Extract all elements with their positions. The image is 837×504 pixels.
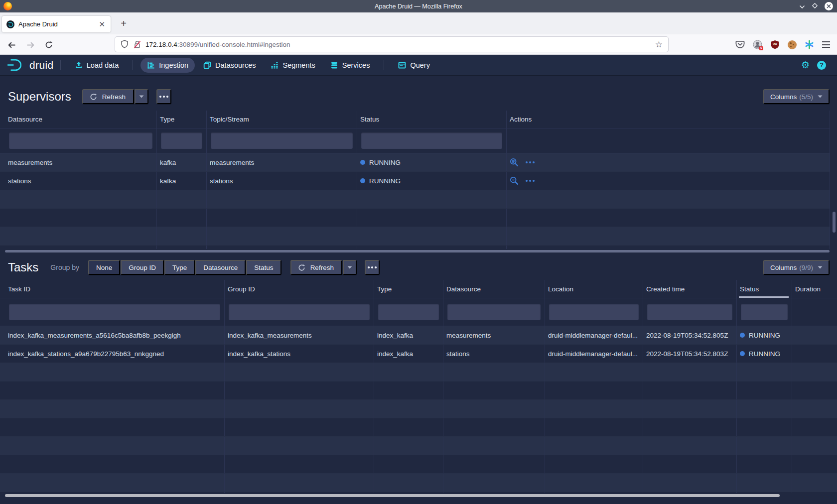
group-by-status-button[interactable]: Status: [246, 260, 281, 275]
tasks-refresh-button[interactable]: Refresh: [290, 260, 342, 275]
datasource-filter-input[interactable]: [447, 304, 541, 320]
type-filter-input[interactable]: [161, 132, 202, 149]
supervisors-more-button[interactable]: [156, 89, 171, 104]
settings-gear-icon[interactable]: ⚙: [801, 60, 810, 70]
bookmark-star-icon[interactable]: ☆: [655, 40, 663, 49]
status-filter-input[interactable]: [361, 132, 502, 149]
nav-item-load-data[interactable]: Load data: [68, 58, 126, 73]
topic-stream-filter-input[interactable]: [211, 132, 353, 149]
nav-item-segments[interactable]: Segments: [264, 58, 321, 73]
status-filter-input[interactable]: [741, 304, 788, 320]
tab-close-icon[interactable]: ✕: [98, 20, 106, 28]
forward-button[interactable]: [24, 38, 37, 51]
window-maximize-icon[interactable]: [812, 2, 818, 11]
pocket-icon[interactable]: [735, 40, 745, 49]
column-header-location[interactable]: Location: [545, 280, 643, 298]
nav-item-datasources[interactable]: Datasources: [197, 58, 262, 73]
tasks-table-header: Task ID Group ID Type Datasource Locatio…: [0, 280, 837, 298]
firefox-window: Apache Druid — Mozilla Firefox Apache Dr…: [0, 0, 837, 504]
actions-cell: [507, 153, 830, 171]
supervisor-row[interactable]: measurements kafka measurements RUNNING: [0, 153, 830, 172]
row-more-icon[interactable]: [525, 180, 536, 182]
supervisor-row[interactable]: stations kafka stations RUNNING: [0, 172, 830, 190]
column-header-status-sorted[interactable]: Status: [737, 280, 792, 298]
insecure-lock-icon[interactable]: [134, 40, 141, 49]
browser-tab[interactable]: Apache Druid ✕: [2, 16, 111, 32]
column-header-group-id[interactable]: Group ID: [225, 280, 374, 298]
window-close-icon[interactable]: [825, 2, 833, 10]
column-header-status[interactable]: Status: [357, 111, 507, 128]
group-by-group-id-button[interactable]: Group ID: [121, 260, 164, 275]
column-header-task-id[interactable]: Task ID: [0, 280, 225, 298]
help-icon[interactable]: ?: [817, 61, 826, 70]
empty-row: [0, 363, 837, 381]
nav-item-services[interactable]: Services: [324, 58, 377, 73]
column-header-type[interactable]: Type: [374, 280, 443, 298]
inspect-magnifier-icon[interactable]: [510, 158, 519, 167]
inspect-magnifier-icon[interactable]: [510, 176, 519, 185]
supervisors-filter-row: [0, 128, 830, 153]
sort-indicator: [739, 296, 789, 298]
druid-logo[interactable]: druid: [6, 58, 54, 72]
tasks-more-button[interactable]: [365, 260, 380, 275]
account-extension-icon[interactable]: ✕: [753, 40, 762, 49]
supervisors-refresh-dropdown-button[interactable]: [135, 89, 148, 104]
empty-row: [0, 437, 837, 455]
column-header-actions[interactable]: Actions: [507, 111, 830, 128]
nav-item-ingestion[interactable]: Ingestion: [140, 58, 195, 73]
tasks-refresh-dropdown-button[interactable]: [343, 260, 357, 275]
supervisors-vertical-scrollbar[interactable]: [833, 212, 836, 233]
upload-icon: [75, 61, 83, 69]
gantt-chart-icon: [147, 61, 155, 69]
location-filter-input[interactable]: [549, 304, 639, 320]
group-by-none-button[interactable]: None: [88, 260, 120, 275]
tasks-columns-button[interactable]: Columns (9/9): [763, 260, 830, 275]
column-header-datasource[interactable]: Datasource: [0, 111, 157, 128]
reload-button[interactable]: [42, 38, 55, 51]
column-header-topic-stream[interactable]: Topic/Stream: [207, 111, 357, 128]
task-row[interactable]: index_kafka_stations_a9a679b22795b63_nnk…: [0, 345, 837, 363]
empty-row: [0, 474, 837, 492]
shield-icon[interactable]: [121, 40, 129, 49]
actions-cell: [507, 172, 830, 190]
extension-asterisk-icon[interactable]: [805, 40, 814, 49]
status-cell: RUNNING: [357, 153, 507, 171]
empty-row: [0, 190, 830, 209]
tasks-title: Tasks: [8, 260, 38, 274]
column-header-duration[interactable]: Duration: [792, 280, 837, 298]
cookie-extension-icon[interactable]: [788, 40, 797, 49]
task-row[interactable]: index_kafka_measurements_a5616c5ba8afb8b…: [0, 326, 837, 345]
type-filter-input[interactable]: [378, 304, 439, 320]
created-time-filter-input[interactable]: [647, 304, 732, 320]
menu-icon[interactable]: [822, 41, 830, 48]
column-header-created-time[interactable]: Created time: [643, 280, 737, 298]
running-status-dot: [360, 178, 365, 183]
new-tab-button[interactable]: +: [117, 16, 131, 30]
task-id-filter-input[interactable]: [9, 304, 220, 320]
druid-brand-text: druid: [29, 59, 54, 71]
empty-row: [0, 381, 837, 400]
group-by-label: Group by: [50, 263, 79, 271]
tab-title: Apache Druid: [18, 20, 98, 28]
group-by-datasource-button[interactable]: Datasource: [195, 260, 246, 275]
supervisors-columns-button[interactable]: Columns (5/5): [763, 89, 830, 104]
datasource-filter-input[interactable]: [9, 132, 152, 149]
nav-item-query[interactable]: Query: [392, 58, 436, 73]
column-header-type[interactable]: Type: [157, 111, 207, 128]
column-header-datasource[interactable]: Datasource: [443, 280, 545, 298]
url-bar[interactable]: 172.18.0.4:30899/unified-console.html#in…: [115, 37, 668, 52]
group-id-filter-input[interactable]: [229, 304, 370, 320]
back-button[interactable]: [5, 38, 18, 51]
group-by-type-button[interactable]: Type: [164, 260, 195, 275]
supervisors-horizontal-scrollbar[interactable]: [5, 250, 830, 252]
ublock-origin-icon[interactable]: UO: [770, 40, 780, 49]
window-minimize-icon[interactable]: [799, 2, 805, 11]
caret-down-icon: [139, 95, 144, 98]
tasks-horizontal-scrollbar[interactable]: [5, 494, 780, 497]
supervisors-title: Supervisors: [8, 90, 71, 104]
console-icon: [398, 61, 406, 69]
row-more-icon[interactable]: [525, 161, 536, 163]
supervisors-refresh-button[interactable]: Refresh: [82, 89, 134, 104]
more-icon: [159, 96, 169, 98]
refresh-icon: [298, 264, 305, 271]
